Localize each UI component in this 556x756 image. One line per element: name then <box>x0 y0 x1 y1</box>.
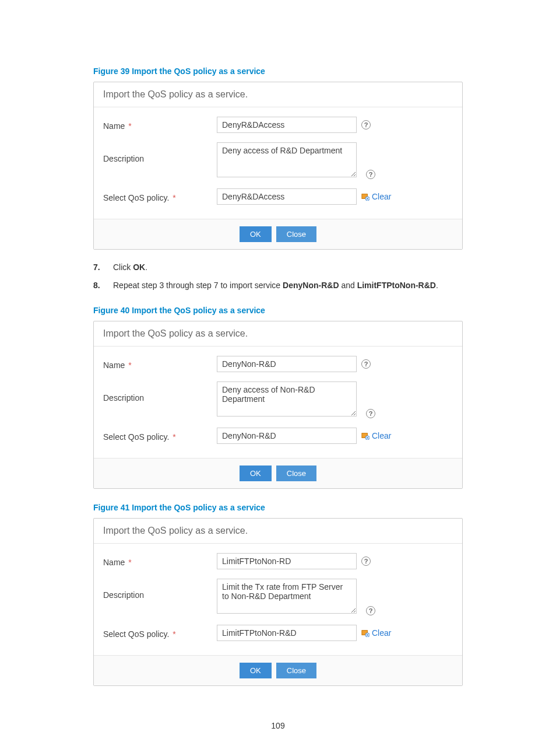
name-label: Name * <box>103 119 217 131</box>
description-input[interactable] <box>217 579 357 614</box>
policy-label: Select QoS policy. * <box>103 191 217 202</box>
close-button[interactable]: Close <box>276 466 316 481</box>
help-icon[interactable]: ? <box>361 120 371 130</box>
policy-value[interactable]: DenyNon-R&D <box>217 428 357 444</box>
help-icon[interactable]: ? <box>366 170 375 179</box>
clear-button[interactable]: Clear <box>361 431 391 440</box>
policy-row: Select QoS policy. * DenyNon-R&D Clear <box>103 428 453 444</box>
help-icon[interactable]: ? <box>366 606 375 615</box>
ok-button[interactable]: OK <box>240 663 272 678</box>
description-row: Description ? <box>103 382 453 418</box>
figure-caption: Figure 40 Import the QoS policy as a ser… <box>93 306 463 315</box>
ok-button[interactable]: OK <box>240 466 272 481</box>
ok-button[interactable]: OK <box>240 226 272 242</box>
dialog-footer: OK Close <box>94 219 462 249</box>
close-button[interactable]: Close <box>276 663 316 678</box>
policy-row: Select QoS policy. * DenyR&DAccess Clear <box>103 188 453 205</box>
close-button[interactable]: Close <box>276 226 316 242</box>
dialog-footer: OK Close <box>94 656 462 685</box>
dialog-body: Name * ? Description ? Select QoS policy… <box>94 107 462 219</box>
description-label: Description <box>103 142 217 179</box>
step-item: 8. Repeat step 3 through step 7 to impor… <box>93 279 463 292</box>
help-icon[interactable]: ? <box>361 556 371 566</box>
clear-button[interactable]: Clear <box>361 192 391 201</box>
policy-row: Select QoS policy. * LimitFTPtoNon-R&D C… <box>103 625 453 641</box>
name-row: Name * ? <box>103 117 453 133</box>
figure-caption: Figure 41 Import the QoS policy as a ser… <box>93 503 463 512</box>
clear-icon <box>361 629 370 637</box>
name-input[interactable] <box>217 553 357 569</box>
name-input[interactable] <box>217 117 357 133</box>
name-input[interactable] <box>217 356 357 372</box>
description-label: Description <box>103 382 217 418</box>
dialog-footer: OK Close <box>94 459 462 488</box>
policy-value[interactable]: LimitFTPtoNon-R&D <box>217 625 357 641</box>
clear-icon <box>361 192 370 201</box>
dialog-body: Name * ? Description ? Select QoS policy… <box>94 544 462 656</box>
name-row: Name * ? <box>103 553 453 569</box>
clear-icon <box>361 432 370 440</box>
qos-import-dialog: Import the QoS policy as a service. Name… <box>93 82 463 250</box>
figure-caption: Figure 39 Import the QoS policy as a ser… <box>93 66 463 76</box>
name-label: Name * <box>103 555 217 567</box>
qos-import-dialog: Import the QoS policy as a service. Name… <box>93 518 463 686</box>
help-icon[interactable]: ? <box>361 359 371 369</box>
page-number: 109 <box>93 721 463 730</box>
description-row: Description ? <box>103 579 453 615</box>
description-row: Description ? <box>103 142 453 179</box>
help-icon[interactable]: ? <box>366 409 375 418</box>
policy-label: Select QoS policy. * <box>103 430 217 442</box>
dialog-title: Import the QoS policy as a service. <box>94 519 462 544</box>
step-item: 7. Click OK. <box>93 261 463 274</box>
description-label: Description <box>103 579 217 615</box>
dialog-body: Name * ? Description ? Select QoS policy… <box>94 346 462 459</box>
dialog-title: Import the QoS policy as a service. <box>94 321 462 346</box>
qos-import-dialog: Import the QoS policy as a service. Name… <box>93 321 463 489</box>
policy-label: Select QoS policy. * <box>103 627 217 639</box>
dialog-title: Import the QoS policy as a service. <box>94 82 462 107</box>
name-row: Name * ? <box>103 356 453 372</box>
clear-button[interactable]: Clear <box>361 628 391 638</box>
step-list: 7. Click OK. 8. Repeat step 3 through st… <box>93 261 463 292</box>
description-input[interactable] <box>217 142 357 177</box>
name-label: Name * <box>103 358 217 370</box>
description-input[interactable] <box>217 382 357 416</box>
policy-value[interactable]: DenyR&DAccess <box>217 188 357 205</box>
